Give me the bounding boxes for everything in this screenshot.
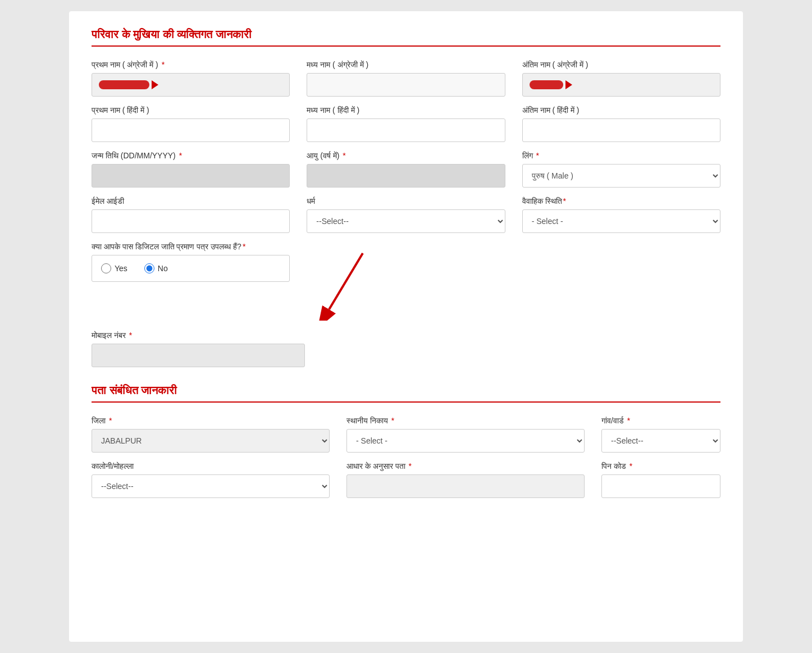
religion-label: धर्म [307,197,505,206]
village-ward-group: गांव/वार्ड * --Select-- [601,416,720,453]
arrow-annotation [307,242,505,326]
district-select[interactable]: JABALPUR [92,429,330,453]
digital-caste-group: क्या आपके पास डिजिटल जाति प्रमाण पत्र उप… [92,242,290,326]
last-name-hi-label: अंतिम नाम ( हिंदी में ) [522,106,720,115]
email-input[interactable] [92,209,290,233]
first-name-hi-input[interactable] [92,118,290,142]
marital-group: वैवाहिक स्थिति* - Select - विवाहित अविवा… [522,197,720,233]
svg-line-1 [329,253,363,309]
marital-label: वैवाहिक स्थिति* [522,197,720,206]
redacted-last-name [530,80,563,89]
last-name-hi-input[interactable] [522,118,720,142]
first-name-en-group: प्रथम नाम ( अंग्रेजी में ) * [92,60,290,97]
first-name-en-label: प्रथम नाम ( अंग्रेजी में ) * [92,60,290,70]
pincode-group: पिन कोड * [601,462,720,498]
middle-name-hi-input[interactable] [307,118,505,142]
first-name-en-field [92,73,290,97]
dob-label: जन्म तिथि (DD/MM/YYYY) * [92,151,290,161]
pincode-input[interactable] [601,474,720,498]
local-body-label: स्थानीय निकाय * [346,416,585,426]
middle-name-en-group: मध्य नाम ( अंग्रेजी में ) [307,60,505,97]
dob-field[interactable] [92,164,290,188]
email-group: ईमेल आईडी [92,197,290,233]
aadhar-address-group: आधार के अनुसार पता * [346,462,585,498]
age-label: आयु (वर्ष में) * [307,151,505,161]
religion-select[interactable]: --Select-- हिन्दू मुस्लिम ईसाई सिख अन्य [307,209,505,233]
middle-name-hi-label: मध्य नाम ( हिंदी में ) [307,106,505,115]
gender-group: लिंग * पुरुष ( Male ) महिला ( Female ) अ… [522,151,720,188]
local-body-group: स्थानीय निकाय * - Select - [346,416,585,453]
section2-title: पता संबंधित जानकारी [92,384,720,403]
local-body-select[interactable]: - Select - [346,429,585,453]
colony-group: कालोनी/मोहल्ला --Select-- [92,462,330,498]
redacted-first-name [99,80,149,89]
section1-title: परिवार के मुखिया की व्यक्तिगत जानकारी [92,28,720,47]
colony-select[interactable]: --Select-- [92,474,330,498]
gender-select[interactable]: पुरुष ( Male ) महिला ( Female ) अन्य ( O… [522,164,720,188]
age-field[interactable] [307,164,505,188]
aadhar-address-label: आधार के अनुसार पता * [346,462,585,471]
redacted-arrow-head2 [565,80,572,89]
gender-label: लिंग * [522,151,720,161]
digital-caste-label: क्या आपके पास डिजिटल जाति प्रमाण पत्र उप… [92,242,290,252]
mobile-field[interactable] [92,344,305,367]
district-label: जिला * [92,416,330,426]
digital-caste-radio-group: Yes No [92,255,290,282]
email-label: ईमेल आईडी [92,197,290,206]
dob-group: जन्म तिथि (DD/MM/YYYY) * [92,151,290,188]
mobile-label: मोबाइल नंबर * [92,331,305,340]
first-name-hi-group: प्रथम नाम ( हिंदी में ) [92,106,290,142]
aadhar-address-input[interactable] [346,474,585,498]
middle-name-en-input[interactable] [314,74,498,96]
form-container: परिवार के मुखिया की व्यक्तिगत जानकारी प्… [69,11,743,642]
village-ward-select[interactable]: --Select-- [601,429,720,453]
red-arrow-svg [307,242,396,321]
age-group: आयु (वर्ष में) * [307,151,505,188]
middle-name-hi-group: मध्य नाम ( हिंदी में ) [307,106,505,142]
marital-select[interactable]: - Select - विवाहित अविवाहित विधवा/विधुर [522,209,720,233]
middle-name-en-field[interactable] [307,73,505,97]
village-ward-label: गांव/वार्ड * [601,416,720,426]
last-name-hi-group: अंतिम नाम ( हिंदी में ) [522,106,720,142]
pincode-label: पिन कोड * [601,462,720,471]
mobile-group: मोबाइल नंबर * [92,331,305,367]
radio-no-option[interactable]: No [144,263,168,273]
first-name-hi-label: प्रथम नाम ( हिंदी में ) [92,106,290,115]
radio-yes[interactable] [101,263,111,273]
radio-yes-option[interactable]: Yes [101,263,127,273]
colony-label: कालोनी/मोहल्ला [92,462,330,471]
redacted-arrow-head [152,80,158,89]
radio-no[interactable] [144,263,154,273]
last-name-en-label: अंतिम नाम ( अंग्रेजी में ) [522,60,720,70]
last-name-en-group: अंतिम नाम ( अंग्रेजी में ) [522,60,720,97]
district-group: जिला * JABALPUR [92,416,330,453]
last-name-en-field [522,73,720,97]
religion-group: धर्म --Select-- हिन्दू मुस्लिम ईसाई सिख … [307,197,505,233]
middle-name-en-label: मध्य नाम ( अंग्रेजी में ) [307,60,505,70]
